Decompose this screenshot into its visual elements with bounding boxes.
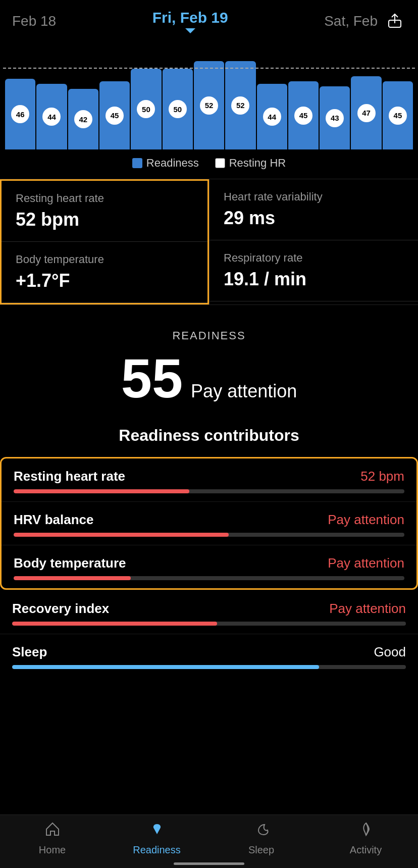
nav-sleep[interactable]: Sleep bbox=[231, 821, 292, 856]
respiratory-value: 19.1 / min bbox=[224, 269, 404, 290]
readiness-chart: 46444245505052524445434745 bbox=[0, 38, 418, 149]
bar-label-9: 45 bbox=[294, 107, 312, 125]
chart-bar-2: 42 bbox=[68, 38, 98, 149]
legend-readiness: Readiness bbox=[132, 157, 199, 170]
bar-label-6: 52 bbox=[200, 96, 218, 115]
bar-label-10: 43 bbox=[326, 109, 344, 127]
nav-activity-label: Activity bbox=[350, 844, 382, 856]
contributor-sleep[interactable]: Sleep Good bbox=[0, 634, 418, 677]
contributor-sleep-value: Good bbox=[374, 644, 406, 660]
chart-bar-12: 45 bbox=[383, 38, 413, 149]
readiness-section-label: READINESS bbox=[12, 329, 406, 342]
bar-label-3: 45 bbox=[106, 107, 124, 125]
contributor-sleep-name: Sleep bbox=[12, 644, 47, 660]
bar-label-4: 50 bbox=[137, 100, 155, 118]
contributor-resting-hr-value: 52 bpm bbox=[360, 469, 404, 484]
home-icon bbox=[44, 821, 61, 841]
chart-bar-8: 44 bbox=[257, 38, 287, 149]
respiratory-cell[interactable]: Respiratory rate 19.1 / min bbox=[210, 240, 418, 301]
bar-label-11: 47 bbox=[357, 104, 376, 122]
readiness-score-row: 55 Pay attention bbox=[12, 350, 406, 406]
hrv-label: Heart rate variability bbox=[224, 190, 404, 203]
bar-label-0: 46 bbox=[11, 105, 29, 123]
bar-label-8: 44 bbox=[263, 108, 281, 126]
chart-bar-0: 46 bbox=[5, 38, 35, 149]
bar-label-5: 50 bbox=[169, 100, 187, 118]
chart-bar-5: 50 bbox=[163, 38, 193, 149]
contributor-body-temp-fill bbox=[14, 576, 131, 580]
nav-sleep-label: Sleep bbox=[248, 844, 274, 856]
contributor-sleep-bar bbox=[12, 665, 406, 669]
chart-bar-9: 45 bbox=[288, 38, 319, 149]
bottom-navigation: Home Readiness Sleep Activity bbox=[0, 814, 418, 868]
nav-readiness[interactable]: Readiness bbox=[127, 821, 187, 856]
readiness-icon bbox=[149, 821, 165, 841]
resting-hr-legend-dot bbox=[215, 158, 225, 168]
contributor-recovery-value: Pay attention bbox=[329, 601, 406, 617]
contributor-sleep-fill bbox=[12, 665, 319, 669]
body-temp-cell[interactable]: Body temperature +1.7°F bbox=[2, 242, 207, 303]
readiness-legend-label: Readiness bbox=[146, 157, 199, 170]
contributor-hrv[interactable]: HRV balance Pay attention bbox=[2, 502, 416, 545]
contributor-body-temp[interactable]: Body temperature Pay attention bbox=[2, 545, 416, 588]
metrics-grid: Resting heart rate 52 bpm Body temperatu… bbox=[0, 179, 418, 305]
contributor-body-temp-value: Pay attention bbox=[328, 555, 404, 571]
contributor-resting-hr-fill bbox=[14, 489, 189, 493]
nav-home[interactable]: Home bbox=[22, 821, 83, 856]
contributor-recovery-fill bbox=[12, 622, 217, 626]
respiratory-label: Respiratory rate bbox=[224, 251, 404, 265]
bar-label-7: 52 bbox=[231, 96, 249, 115]
nav-activity[interactable]: Activity bbox=[336, 821, 396, 856]
body-temp-label: Body temperature bbox=[16, 253, 193, 266]
readiness-status: Pay attention bbox=[191, 381, 297, 402]
readiness-section: READINESS 55 Pay attention bbox=[0, 309, 418, 416]
contributor-hrv-fill bbox=[14, 533, 229, 537]
hrv-cell[interactable]: Heart rate variability 29 ms bbox=[210, 179, 418, 240]
readiness-score: 55 bbox=[121, 350, 183, 406]
bar-label-1: 44 bbox=[42, 108, 61, 126]
body-temp-value: +1.7°F bbox=[16, 270, 193, 291]
svg-point-2 bbox=[155, 825, 159, 828]
legend-resting-hr: Resting HR bbox=[215, 157, 286, 170]
chart-bar-7: 52 bbox=[225, 38, 255, 149]
resting-hr-value: 52 bpm bbox=[16, 209, 193, 230]
chart-bar-6: 52 bbox=[194, 38, 224, 149]
bar-label-2: 42 bbox=[74, 110, 92, 128]
readiness-legend-dot bbox=[132, 158, 142, 168]
resting-hr-label: Resting heart rate bbox=[16, 192, 193, 205]
contributor-resting-hr-bar bbox=[14, 489, 404, 493]
activity-icon bbox=[358, 821, 374, 841]
contributors-highlighted: Resting heart rate 52 bpm HRV balance Pa… bbox=[0, 457, 418, 590]
share-button[interactable] bbox=[384, 10, 406, 32]
date-navigation: Feb 18 Fri, Feb 19 Sat, Feb bbox=[0, 0, 418, 38]
contributor-body-temp-name: Body temperature bbox=[14, 555, 126, 571]
chart-bar-4: 50 bbox=[131, 38, 161, 149]
contributor-hrv-value: Pay attention bbox=[328, 512, 404, 528]
chart-bar-11: 47 bbox=[351, 38, 381, 149]
nav-readiness-label: Readiness bbox=[133, 844, 181, 856]
contributors-title: Readiness contributors bbox=[0, 426, 418, 445]
contributor-body-temp-bar bbox=[14, 576, 404, 580]
sleep-icon bbox=[253, 821, 270, 841]
contributors-section: Readiness contributors Resting heart rat… bbox=[0, 416, 418, 687]
bar-label-12: 45 bbox=[389, 107, 407, 125]
contributor-hrv-name: HRV balance bbox=[14, 512, 93, 528]
home-indicator bbox=[174, 862, 244, 865]
contributor-resting-hr-name: Resting heart rate bbox=[14, 469, 125, 484]
date-next[interactable]: Sat, Feb bbox=[324, 13, 378, 29]
hrv-value: 29 ms bbox=[224, 208, 404, 229]
resting-hr-cell[interactable]: Resting heart rate 52 bpm bbox=[2, 181, 207, 242]
nav-home-label: Home bbox=[39, 844, 66, 856]
contributor-hrv-bar bbox=[14, 533, 404, 537]
chart-bar-3: 45 bbox=[99, 38, 130, 149]
contributor-resting-hr[interactable]: Resting heart rate 52 bpm bbox=[2, 458, 416, 502]
contributor-recovery-name: Recovery index bbox=[12, 601, 109, 617]
contributor-recovery-bar bbox=[12, 622, 406, 626]
chart-bar-1: 44 bbox=[36, 38, 67, 149]
resting-hr-legend-label: Resting HR bbox=[229, 157, 286, 170]
date-prev[interactable]: Feb 18 bbox=[12, 13, 56, 29]
chart-legend: Readiness Resting HR bbox=[0, 149, 418, 175]
contributor-recovery[interactable]: Recovery index Pay attention bbox=[0, 591, 418, 634]
date-current: Fri, Feb 19 bbox=[56, 9, 324, 33]
chart-bar-10: 43 bbox=[320, 38, 350, 149]
